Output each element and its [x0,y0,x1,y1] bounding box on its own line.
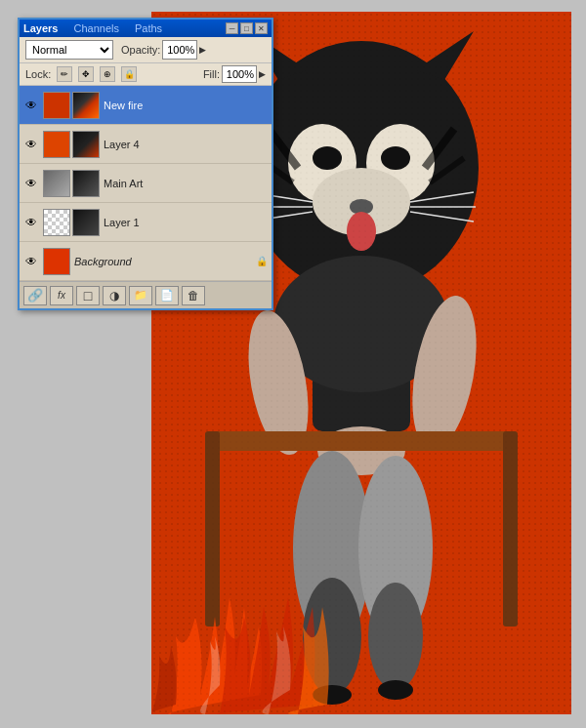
layer-thumbs-background [43,248,70,275]
svg-point-36 [313,685,352,705]
svg-point-10 [313,168,410,236]
svg-line-14 [425,129,454,168]
svg-rect-31 [503,431,518,627]
fill-control: Fill: ▶ [203,65,266,83]
layer-row-layer4[interactable]: 👁 Layer 4 [20,125,272,164]
layer-name-main-art: Main Art [104,178,268,189]
layer-thumb2-layer1 [72,209,100,236]
fill-label: Fill: [203,68,220,80]
layer-thumb2-main-art [72,170,100,197]
layer-eye-layer4[interactable]: 👁 [23,137,39,152]
svg-point-6 [288,124,356,202]
svg-line-20 [410,192,474,202]
layer-thumb2-layer4 [72,131,100,158]
layer-row-new-fire[interactable]: 👁 New fire [20,86,272,125]
svg-rect-30 [205,431,220,627]
panel-titlebar: Layers Channels Paths ─ □ ✕ [20,20,272,37]
delete-layer-button[interactable]: 🗑 [182,286,205,305]
layer-thumbs-main-art [43,170,100,197]
new-layer-button[interactable]: 📄 [155,286,179,305]
svg-rect-29 [210,431,513,451]
adjustment-layer-button[interactable]: ◑ [103,286,126,305]
svg-point-37 [378,680,413,700]
tab-layers[interactable]: Layers [23,22,65,34]
blend-opacity-row: Normal Multiply Screen Overlay Opacity: … [20,37,272,63]
lock-pencil-icon[interactable]: ✏ [57,66,72,82]
layer-name-background: Background [74,256,252,267]
svg-point-34 [303,578,361,695]
minimize-button[interactable]: ─ [226,22,238,34]
canvas-area: Layers Channels Paths ─ □ ✕ Normal Multi… [0,0,586,728]
layer-thumbs-layer4 [43,131,100,158]
lock-move-icon[interactable]: ✥ [78,66,94,82]
layer-thumb1-layer4 [43,131,70,158]
lock-label: Lock: [25,68,51,80]
tab-paths[interactable]: Paths [127,22,170,34]
layer-eye-main-art[interactable]: 👁 [23,176,39,191]
layer-thumb1-new-fire [43,92,70,119]
layer-row-main-art[interactable]: 👁 Main Art [20,164,272,203]
svg-point-11 [350,199,373,215]
layers-panel: Layers Channels Paths ─ □ ✕ Normal Multi… [18,18,273,310]
layer-fx-button[interactable]: fx [50,286,73,305]
lock-fill-row: Lock: ✏ ✥ ⊕ 🔒 Fill: ▶ [20,63,272,86]
opacity-input[interactable] [162,40,197,60]
close-button[interactable]: ✕ [255,22,268,34]
layer-name-layer1: Layer 1 [104,217,268,228]
lock-all-icon[interactable]: 🔒 [121,66,137,82]
svg-point-24 [273,256,449,392]
fill-input[interactable] [222,65,257,83]
layer-row-background[interactable]: 👁 Background 🔒 [20,242,272,281]
svg-point-33 [358,456,433,641]
svg-rect-23 [313,275,410,431]
svg-point-7 [366,124,435,202]
svg-point-3 [244,41,479,295]
svg-point-16 [347,212,376,251]
svg-line-22 [410,212,474,222]
layer-name-new-fire: New fire [104,100,268,111]
layers-list: 👁 New fire 👁 Layer 4 👁 [20,86,272,281]
layer-row-layer1[interactable]: 👁 Layer 1 [20,203,272,242]
svg-rect-28 [425,431,454,439]
svg-point-9 [381,146,410,170]
maximize-button[interactable]: □ [240,22,253,34]
layer-mask-button[interactable]: □ [76,286,100,305]
svg-point-8 [313,146,342,170]
layer-eye-layer1[interactable]: 👁 [23,215,39,230]
layer-thumb1-main-art [43,170,70,197]
layer-eye-new-fire[interactable]: 👁 [23,98,39,113]
layer-name-layer4: Layer 4 [104,139,268,150]
panel-toolbar: 🔗 fx □ ◑ 📁 📄 🗑 [20,281,272,308]
layer-thumb2-new-fire [72,92,100,119]
svg-point-25 [402,291,487,455]
svg-line-15 [430,158,464,182]
opacity-control: Opacity: ▶ [121,40,206,60]
svg-point-32 [293,451,371,646]
layer-eye-background[interactable]: 👁 [23,254,39,269]
layer-thumb1-background [43,248,70,275]
svg-marker-5 [415,31,474,80]
layer-thumbs-new-fire [43,92,100,119]
tab-channels[interactable]: Channels [65,22,126,34]
layer-thumbs-layer1 [43,209,100,236]
layer-lock-icon-background: 🔒 [256,256,268,266]
opacity-arrow[interactable]: ▶ [199,45,206,55]
svg-point-27 [317,426,405,475]
lock-pixels-icon[interactable]: ⊕ [100,66,115,82]
layer-thumb1-layer1 [43,209,70,236]
link-layers-button[interactable]: 🔗 [23,286,47,305]
svg-point-35 [368,583,423,690]
new-group-button[interactable]: 📁 [129,286,152,305]
opacity-label: Opacity: [121,44,160,56]
svg-point-26 [238,305,317,459]
blend-mode-select[interactable]: Normal Multiply Screen Overlay [25,40,113,60]
fill-arrow[interactable]: ▶ [259,69,266,79]
